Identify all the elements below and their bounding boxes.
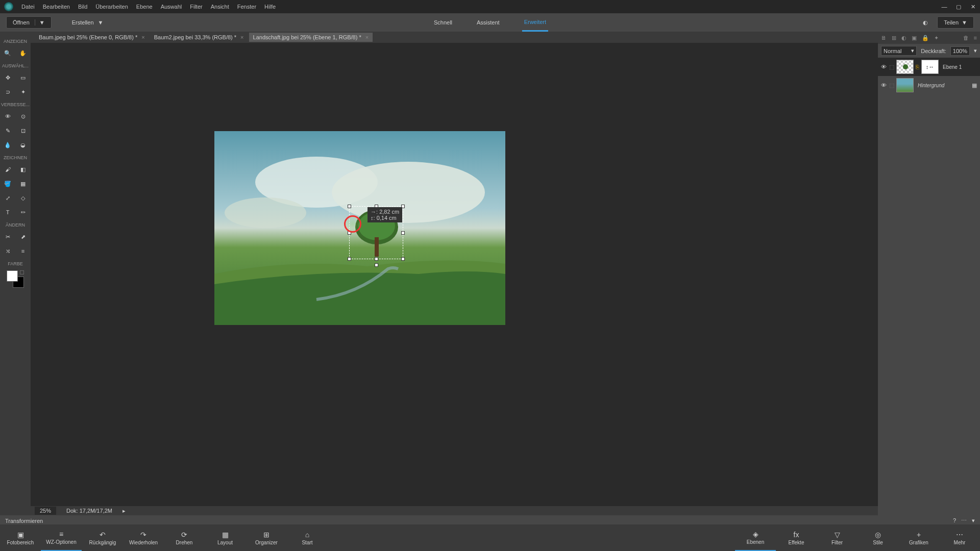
menu-ueberarbeiten[interactable]: Überarbeiten xyxy=(95,4,128,10)
create-button[interactable]: Erstellen ▼ xyxy=(72,19,104,26)
marquee-tool-icon[interactable]: ▭ xyxy=(18,72,28,83)
brush-tool-icon[interactable]: 🖌 xyxy=(3,164,13,174)
share-button[interactable]: Teilen ▼ xyxy=(937,16,974,29)
pencil-tool-icon[interactable]: ✏ xyxy=(18,207,28,217)
handle-br[interactable] xyxy=(401,257,405,261)
layout-button[interactable]: ▦Layout xyxy=(205,524,246,551)
swap-colors-icon[interactable] xyxy=(20,270,24,274)
handle-bl[interactable] xyxy=(348,257,351,261)
layer-group-icon[interactable]: ⊞ xyxy=(892,35,896,41)
organizer-button[interactable]: ⊞Organizer xyxy=(246,524,287,551)
close-tab-icon[interactable]: × xyxy=(365,34,369,40)
blend-mode-select[interactable]: Normal▾ xyxy=(881,46,917,56)
mode-advanced[interactable]: Erweitert xyxy=(522,13,548,32)
expand-icon[interactable]: ▸ xyxy=(122,508,126,514)
undo-button[interactable]: ↶Rückgängig xyxy=(82,524,123,551)
layer-row-1[interactable]: 👁 ⬚ ⎘ ↕↔ Ebene 1 xyxy=(878,58,980,76)
options-menu-icon[interactable]: ⋯ xyxy=(961,517,967,524)
spot-heal-tool-icon[interactable]: ⊙ xyxy=(18,111,28,121)
shape-tool-icon[interactable]: ◇ xyxy=(18,193,28,203)
effects-button[interactable]: fxEffekte xyxy=(776,524,817,551)
smart-brush-tool-icon[interactable]: ✎ xyxy=(3,126,13,136)
recompose-tool-icon[interactable]: ⬈ xyxy=(18,232,28,242)
graphics-button[interactable]: +Grafiken xyxy=(898,524,939,551)
link-icon[interactable]: ⬚ xyxy=(889,64,894,70)
eraser-tool-icon[interactable]: ◧ xyxy=(18,164,28,174)
layer-thumb[interactable] xyxy=(896,60,914,74)
menu-ebene[interactable]: Ebene xyxy=(136,4,153,10)
more-button[interactable]: ⋯Mehr xyxy=(939,524,980,551)
doc-tab-1[interactable]: Baum.jpeg bei 25% (Ebene 0, RGB/8) *× xyxy=(35,33,149,42)
menu-bild[interactable]: Bild xyxy=(78,4,87,10)
collapse-icon[interactable]: ▾ xyxy=(972,517,975,524)
crop-tool-icon[interactable]: ✂ xyxy=(3,232,13,242)
menu-auswahl[interactable]: Auswahl xyxy=(161,4,182,10)
mode-assist[interactable]: Assistent xyxy=(475,13,502,32)
hand-tool-icon[interactable]: ✋ xyxy=(18,48,28,58)
content-move-tool-icon[interactable]: ⤭ xyxy=(3,246,13,256)
doc-tab-2[interactable]: Baum2.jpeg bei 33,3% (RGB/8) *× xyxy=(150,33,248,42)
new-layer-icon[interactable]: 🗎 xyxy=(881,35,887,41)
visibility-toggle-icon[interactable]: 👁 xyxy=(881,64,887,70)
layer-name[interactable]: Ebene 1 xyxy=(943,64,962,70)
help-icon[interactable]: ? xyxy=(953,517,956,524)
chevron-down-icon[interactable]: ▾ xyxy=(974,47,977,54)
move-tool-icon[interactable]: ✥ xyxy=(3,72,13,83)
tool-options-button[interactable]: ≡WZ-Optionen xyxy=(41,524,82,551)
redo-button[interactable]: ↷Wiederholen xyxy=(123,524,164,551)
doc-tab-3[interactable]: Landschaft.jpg bei 25% (Ebene 1, RGB/8) … xyxy=(249,33,373,42)
photo-bin-button[interactable]: ▣Fotobereich xyxy=(0,524,41,551)
handle-mr[interactable] xyxy=(401,231,405,235)
panel-menu-icon[interactable]: ≡ xyxy=(974,35,977,41)
menu-bearbeiten[interactable]: Bearbeiten xyxy=(43,4,70,10)
delete-layer-icon[interactable]: 🗑 xyxy=(963,35,969,41)
fx-icon[interactable]: ✦ xyxy=(934,35,939,41)
handle-tl[interactable] xyxy=(348,205,351,208)
foreground-swatch[interactable] xyxy=(7,270,18,282)
clone-stamp-tool-icon[interactable]: ⊡ xyxy=(18,126,28,136)
zoom-level[interactable]: 25% xyxy=(35,507,56,515)
mode-quick[interactable]: Schnell xyxy=(432,13,454,32)
zoom-tool-icon[interactable]: 🔍 xyxy=(3,48,13,58)
minimize-button[interactable]: — xyxy=(937,0,951,13)
adjustment-icon[interactable]: ◐ xyxy=(901,35,906,41)
theme-toggle-icon[interactable]: ◐ xyxy=(923,19,928,26)
close-button[interactable]: ✕ xyxy=(966,0,980,13)
sponge-tool-icon[interactable]: ◒ xyxy=(18,140,28,150)
layer-thumb[interactable] xyxy=(896,78,914,92)
link-icon[interactable]: ⬚ xyxy=(889,82,894,89)
lasso-tool-icon[interactable]: ⊃ xyxy=(3,87,13,97)
eyedropper-tool-icon[interactable]: ⤢ xyxy=(3,193,13,203)
layer-mask-thumb[interactable]: ↕↔ xyxy=(921,60,939,74)
lock-icon[interactable]: 🔒 xyxy=(922,35,929,41)
mask-icon[interactable]: ▣ xyxy=(912,35,917,41)
gradient-tool-icon[interactable]: ▦ xyxy=(18,179,28,189)
menu-fenster[interactable]: Fenster xyxy=(237,4,256,10)
type-tool-icon[interactable]: T xyxy=(3,207,13,217)
menu-datei[interactable]: Datei xyxy=(21,4,35,10)
rotate-handle[interactable] xyxy=(375,263,378,267)
layer-row-bg[interactable]: 👁 ⬚ Hintergrund ▦ xyxy=(878,76,980,94)
magic-wand-tool-icon[interactable]: ✦ xyxy=(18,87,28,97)
visibility-toggle-icon[interactable]: 👁 xyxy=(881,82,887,88)
menu-hilfe[interactable]: Hilfe xyxy=(264,4,276,10)
opacity-input[interactable]: 100% xyxy=(950,46,970,56)
open-button[interactable]: Öffnen ▼ xyxy=(6,16,52,29)
home-button[interactable]: ⌂Start xyxy=(287,524,328,551)
blur-tool-icon[interactable]: 💧 xyxy=(3,140,13,150)
straighten-tool-icon[interactable]: ≡ xyxy=(18,246,28,256)
close-tab-icon[interactable]: × xyxy=(240,34,243,40)
chevron-down-icon[interactable]: ▼ xyxy=(35,19,45,26)
color-swatches[interactable] xyxy=(7,270,24,288)
layers-button[interactable]: ◈Ebenen xyxy=(735,524,776,551)
fill-tool-icon[interactable]: 🪣 xyxy=(3,179,13,189)
layer-name[interactable]: Hintergrund xyxy=(918,83,944,88)
eye-tool-icon[interactable]: 👁 xyxy=(3,111,13,121)
close-tab-icon[interactable]: × xyxy=(141,34,144,40)
styles-button[interactable]: ◎Stile xyxy=(857,524,898,551)
maximize-button[interactable]: ▢ xyxy=(951,0,966,13)
rotate-button[interactable]: ⟳Drehen xyxy=(164,524,205,551)
filters-button[interactable]: ▽Filter xyxy=(817,524,857,551)
handle-bc[interactable] xyxy=(375,257,378,261)
lock-icon[interactable]: ▦ xyxy=(972,82,977,89)
